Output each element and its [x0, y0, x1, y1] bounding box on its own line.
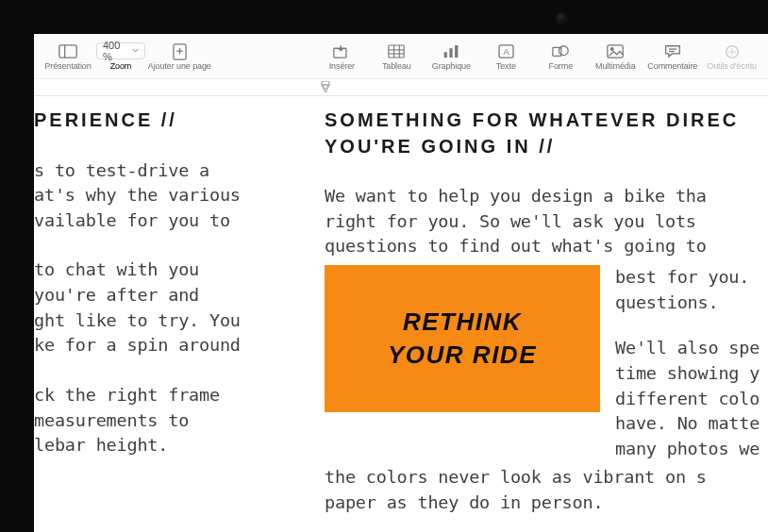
- paragraph: to chat with you you're after and ght li…: [34, 258, 289, 358]
- svg-point-19: [611, 48, 614, 51]
- device-camera: [557, 13, 566, 23]
- add-page-label: Ajouter une page: [148, 61, 211, 71]
- add-page-button[interactable]: Ajouter une page: [147, 42, 212, 71]
- ruler-indent-marker[interactable]: [317, 81, 334, 94]
- shape-button[interactable]: Forme: [534, 42, 587, 71]
- text-button[interactable]: A Texte: [479, 42, 532, 71]
- paragraph: s to test-drive a at's why the various v…: [34, 158, 289, 234]
- toolbar: Présentation 400 % Zoom Ajouter une page: [34, 34, 768, 79]
- media-label: Multimédia: [595, 61, 636, 71]
- sparkle-icon: [723, 44, 742, 59]
- document-canvas[interactable]: PERIENCE // s to test-drive a at's why t…: [34, 96, 768, 532]
- svg-rect-0: [59, 45, 76, 58]
- app-window: Présentation 400 % Zoom Ajouter une page: [34, 34, 768, 532]
- presentation-label: Présentation: [44, 61, 91, 71]
- shape-icon: [551, 44, 570, 59]
- shape-label: Forme: [549, 61, 574, 71]
- sidebar-icon: [58, 44, 77, 59]
- chevron-down-icon: [132, 48, 139, 53]
- svg-point-24: [324, 85, 328, 90]
- zoom-label: Zoom: [110, 61, 132, 71]
- writing-tools-button[interactable]: Outils d'écritu: [703, 42, 760, 71]
- presentation-button[interactable]: Présentation: [42, 42, 94, 71]
- plus-page-icon: [170, 44, 189, 59]
- media-button[interactable]: Multimédia: [589, 42, 642, 71]
- paragraph: We want to help you design a bike tha ri…: [325, 184, 768, 259]
- table-icon: [387, 44, 406, 59]
- svg-rect-13: [455, 45, 458, 58]
- paragraph: the colors never look as vibrant on s pa…: [325, 465, 768, 515]
- chart-button[interactable]: Graphique: [425, 42, 477, 71]
- table-button[interactable]: Tableau: [370, 42, 423, 71]
- heading-right: SOMETHING FOR WHATEVER DIREC YOU'RE GOIN…: [325, 108, 768, 159]
- chart-label: Graphique: [432, 61, 471, 71]
- chart-icon: [442, 44, 460, 59]
- writing-tools-label: Outils d'écritu: [707, 61, 757, 71]
- text-icon: A: [496, 44, 515, 59]
- svg-text:A: A: [503, 47, 509, 57]
- paragraph: best for you. questions.: [615, 265, 768, 315]
- comment-icon: [663, 44, 682, 59]
- text-btn-label: Texte: [496, 61, 516, 71]
- media-icon: [606, 44, 625, 59]
- insert-icon: [332, 44, 351, 59]
- svg-point-17: [559, 46, 569, 56]
- comment-button[interactable]: Commentaire: [643, 42, 701, 71]
- comment-label: Commentaire: [647, 61, 697, 71]
- svg-rect-12: [450, 48, 453, 58]
- insert-label: Insérer: [329, 61, 355, 71]
- column-left: PERIENCE // s to test-drive a at's why t…: [34, 108, 306, 532]
- callout-box[interactable]: RETHINK YOUR RIDE: [325, 265, 600, 412]
- svg-rect-11: [444, 52, 447, 58]
- insert-button[interactable]: Insérer: [315, 42, 368, 71]
- heading-left: PERIENCE //: [34, 108, 289, 134]
- paragraph: ck the right frame measurements to lebar…: [34, 383, 289, 458]
- paragraph: We'll also spe time showing y different …: [615, 336, 768, 461]
- callout-text: RETHINK YOUR RIDE: [388, 306, 537, 372]
- svg-rect-6: [389, 45, 404, 58]
- column-right: SOMETHING FOR WHATEVER DIREC YOU'RE GOIN…: [306, 108, 768, 532]
- table-label: Tableau: [382, 61, 411, 71]
- ruler[interactable]: [34, 79, 768, 96]
- zoom-control[interactable]: 400 % Zoom: [96, 42, 145, 71]
- zoom-value: 400 %: [103, 40, 128, 62]
